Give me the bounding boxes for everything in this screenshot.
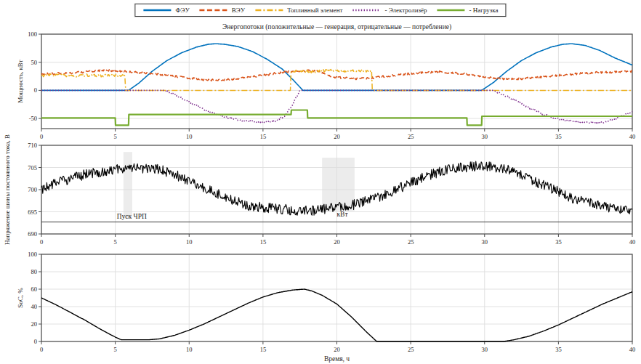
y-tick-label: 690 [28,230,37,238]
highlight-band [322,158,355,211]
highlight-band [124,152,132,219]
x-tick-label: 5 [114,346,117,353]
legend-sample-line [142,7,172,13]
y-tick-label: 60 [31,286,38,293]
y-tick-label: -50 [29,115,37,122]
legend-item-label: - Электролизёр [384,7,427,14]
legend-sample-line [254,7,283,13]
y-tick-label: 20 [31,320,38,328]
x-axis-label: Время, ч [324,355,350,363]
chart-title: Энергопотоки (положительные — генерация,… [222,23,451,31]
y-tick-label: 40 [31,303,38,310]
annotation-text: кВт [337,211,349,218]
x-tick-label: 10 [186,346,193,353]
y-tick-label: 710 [28,142,37,149]
y-tick-label: 0 [34,338,37,345]
annotation-text: Пуск ЧРП [117,213,147,220]
x-tick-label: 20 [334,238,340,246]
y-tick-label: 700 [28,186,37,193]
y-tick-label: 50 [31,59,38,66]
y-tick-label: 0 [34,86,37,94]
x-tick-label: 40 [629,238,636,246]
y-axis-label: Мощность, кВт [17,60,24,103]
x-tick-label: 30 [482,346,488,353]
x-tick-label: 15 [260,238,267,246]
x-tick-label: 35 [555,346,562,353]
legend-item-label: ФЭУ [175,7,189,14]
y-tick-label: 100 [28,251,37,258]
x-tick-label: 0 [40,238,43,246]
y-tick-label: 695 [28,209,37,216]
y-axis-label: Напряжение шины постоянного тока, В [4,134,11,245]
x-tick-label: 0 [40,346,43,353]
x-tick-label: 20 [334,346,340,353]
legend-item-label: - Нагрузка [469,7,499,14]
legend-item[interactable]: Топливный элемент [254,7,342,14]
x-tick-label: 35 [555,238,562,246]
legend: ФЭУВЭУТопливный элемент- Электролизёр- Н… [134,4,506,17]
legend-item-label: Топливный элемент [287,7,342,14]
x-tick-label: 15 [260,346,267,353]
x-tick-label: 30 [482,238,488,246]
x-tick-label: 40 [629,346,636,353]
y-axis-label: SoC, % [17,288,24,308]
voltage-chart: Пуск ЧРПкВт05101520253035406906957007057… [0,134,641,251]
x-tick-label: 10 [186,238,193,246]
power-chart: 0510152025303540-50050100Энергопотоки (п… [0,22,641,142]
y-tick-label: 80 [31,268,38,275]
legend-sample-line [437,7,466,13]
legend-item-label: ВЭУ [232,7,245,14]
legend-sample-line [199,7,228,13]
x-tick-label: 25 [408,346,414,353]
legend-item[interactable]: ФЭУ [142,7,189,14]
legend-item[interactable]: - Нагрузка [437,7,499,14]
x-tick-label: 5 [114,238,117,246]
legend-item[interactable]: ВЭУ [199,7,245,14]
soc-chart: 0510152025303540020406080100SoC, %Время,… [0,251,641,364]
figure: ФЭУВЭУТопливный элемент- Электролизёр- Н… [0,0,641,364]
y-tick-label: 100 [28,31,37,38]
legend-item[interactable]: - Электролизёр [352,7,427,14]
legend-sample-line [352,7,381,13]
y-tick-label: 705 [28,164,37,171]
x-tick-label: 25 [408,238,414,246]
